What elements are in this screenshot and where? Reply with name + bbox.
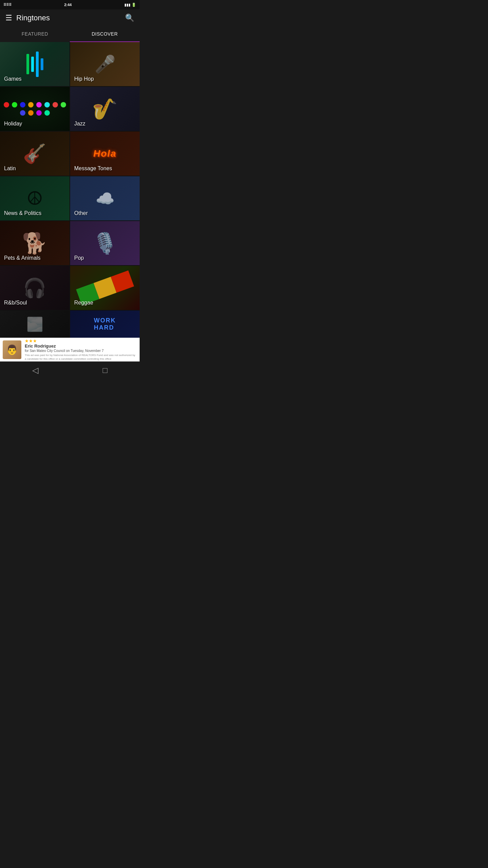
latin-visual: 🎸 [23, 143, 46, 165]
category-latin[interactable]: 🎸 Latin [0, 132, 69, 176]
pop-visual: 🎙️ [92, 231, 118, 255]
category-hiphop[interactable]: 🎤 Hip Hop [70, 42, 140, 86]
light-teal [44, 110, 50, 116]
jazz-visual: 🎷 [92, 97, 118, 121]
workhard-visual: WORKHARD [94, 317, 116, 331]
category-holiday[interactable]: Holiday [0, 87, 69, 131]
category-rbsoul[interactable]: 🎧 R&b/Soul [0, 266, 69, 310]
light-pink [36, 102, 42, 107]
games-label: Games [4, 76, 22, 82]
category-reggae[interactable]: Reggae [70, 266, 140, 310]
messagetones-label: Message Tones [74, 165, 112, 172]
light-blue [20, 102, 25, 107]
category-row8-left[interactable]: 🌫️ [0, 311, 69, 338]
row8-left-visual: 🌫️ [26, 316, 43, 332]
ad-person-name: Eric Rodriguez [25, 343, 137, 349]
newspolitics-label: News & Politics [4, 210, 41, 216]
jazz-label: Jazz [74, 121, 85, 127]
status-bar-left: ⠿⠿⠿ [3, 3, 12, 7]
pop-label: Pop [74, 255, 84, 261]
category-grid: Games 🎤 Hip Hop Holiday [0, 42, 140, 338]
latin-label: Latin [4, 165, 16, 172]
category-games[interactable]: Games [0, 42, 69, 86]
other-label: Other [74, 210, 88, 216]
ad-disclaimer: This ad was paid for by National Associa… [25, 353, 137, 361]
ad-person-image: 👨 [3, 340, 21, 359]
battery-icon: ▮▮▮ 🔋 [124, 3, 136, 7]
person-icon: 👨 [6, 344, 18, 355]
other-visual: ☁️ [96, 190, 115, 208]
tab-featured[interactable]: FEATURED [0, 26, 70, 42]
tab-bar: FEATURED DISCOVER [0, 26, 140, 42]
light-red2 [53, 102, 58, 107]
light-cyan [44, 102, 50, 107]
pets-visual: 🐕 [22, 231, 47, 255]
hiphop-label: Hip Hop [74, 76, 94, 82]
ad-banner[interactable]: 👨 ★★★ Eric Rodriguez for San Mateo City … [0, 338, 140, 361]
key-bar-3 [36, 52, 39, 77]
status-time: 2:44 [64, 3, 72, 7]
ad-stars: ★★★ [25, 338, 137, 343]
status-bar: ⠿⠿⠿ 2:44 ▮▮▮ 🔋 [0, 0, 140, 9]
status-bar-right: ▮▮▮ 🔋 [124, 3, 136, 7]
ad-subtext: for San Mateo City Council on Tuesday, N… [25, 349, 137, 353]
category-row8-right[interactable]: WORKHARD [70, 311, 140, 338]
light-green [12, 102, 17, 107]
reggae-label: Reggae [74, 300, 93, 306]
category-newspolitics[interactable]: ☮ News & Politics [0, 176, 69, 220]
app-header: ☰ Ringtones 🔍 [0, 9, 140, 26]
nav-bar: ◁ □ [0, 361, 140, 378]
search-icon[interactable]: 🔍 [125, 14, 134, 22]
petsanimals-label: Pets & Animals [4, 255, 41, 261]
holiday-label: Holiday [4, 121, 22, 127]
key-bar-1 [26, 54, 29, 74]
light-purple [36, 110, 42, 116]
games-visual [26, 52, 43, 77]
light-orange [28, 102, 34, 107]
menu-icon[interactable]: ☰ [5, 14, 12, 22]
key-bar-4 [41, 58, 43, 70]
light-blue2 [20, 110, 25, 116]
hiphop-visual: 🎤 [95, 54, 116, 74]
back-button[interactable]: ◁ [32, 366, 38, 375]
category-petsanimals[interactable]: 🐕 Pets & Animals [0, 221, 69, 265]
category-messagetones[interactable]: Hola Message Tones [70, 132, 140, 176]
row8-right-background: WORKHARD [70, 311, 140, 338]
rbsoul-visual: 🎧 [23, 277, 46, 299]
newspolitics-visual: ☮ [26, 188, 43, 209]
category-pop[interactable]: 🎙️ Pop [70, 221, 140, 265]
tab-discover[interactable]: DISCOVER [70, 26, 140, 42]
light-green2 [61, 102, 66, 107]
rbsoul-label: R&b/Soul [4, 300, 27, 306]
status-icons: ⠿⠿⠿ [3, 3, 12, 7]
row8-left-background: 🌫️ [0, 311, 69, 338]
holiday-lights [0, 99, 69, 119]
messagetones-visual: Hola [93, 148, 117, 159]
ad-content: ★★★ Eric Rodriguez for San Mateo City Co… [25, 338, 137, 361]
recent-apps-button[interactable]: □ [103, 366, 108, 375]
light-red [4, 102, 9, 107]
category-jazz[interactable]: 🎷 Jazz [70, 87, 140, 131]
light-orange2 [28, 110, 34, 116]
category-other[interactable]: ☁️ Other [70, 176, 140, 220]
key-bar-2 [31, 57, 34, 72]
app-title: Ringtones [16, 14, 121, 22]
